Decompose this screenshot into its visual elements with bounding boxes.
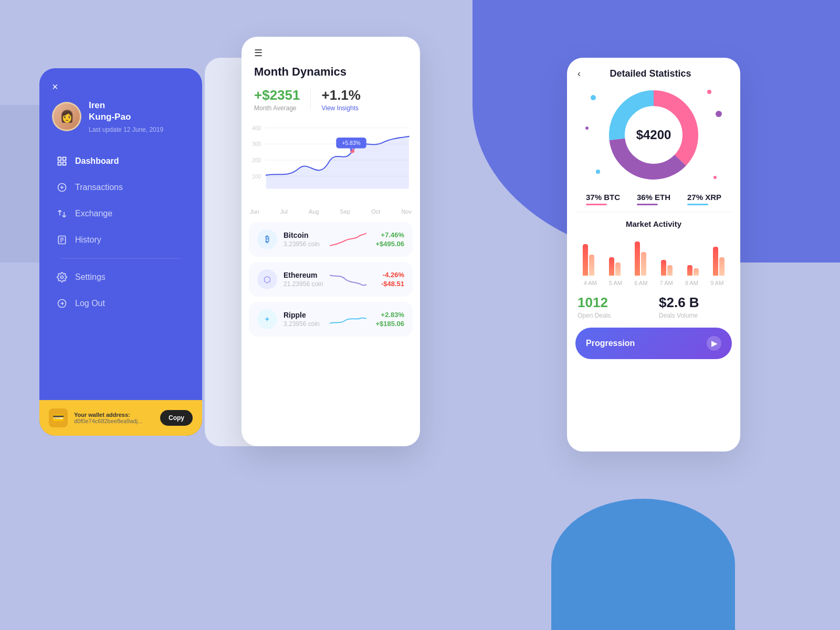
- dot-2: [707, 90, 711, 94]
- xrp-pct: +2.83%: [373, 311, 404, 319]
- bar-group-7am: [656, 260, 678, 276]
- bar-labels: 4 AM 5 AM 6 AM 7 AM 8 AM 9 AM: [578, 278, 730, 286]
- svg-text:400: 400: [252, 125, 261, 131]
- eth-coin: 21.23956 coin: [284, 280, 323, 288]
- legend-row: 37% BTC 36% ETH 27% XRP: [567, 191, 740, 212]
- deals-volume-label: Deals Volume: [659, 312, 730, 319]
- chart-svg: 400 300 200 100 +5.83%: [250, 117, 412, 201]
- eth-change: -4.26% -$48.51: [373, 271, 404, 288]
- stat-divider: [310, 89, 311, 110]
- xrp-usd: +$185.06: [373, 320, 404, 328]
- progression-arrow-icon: ▶: [707, 336, 721, 351]
- chart-label-nov: Nov: [401, 208, 412, 215]
- bar-label-5am: 5 AM: [603, 280, 628, 286]
- logout-icon: [56, 298, 68, 309]
- crypto-list: ₿ Bitcoin 3.23956 coin +7.46% +$495.06 ⬡…: [242, 215, 420, 337]
- legend-eth-bar: [637, 204, 658, 205]
- market-activity-section: Market Activity: [567, 212, 740, 286]
- btc-info: Bitcoin 3.23956 coin: [284, 231, 323, 248]
- wallet-text: Your wallet address: d0f0e74c682bee8ea9a…: [74, 412, 142, 424]
- legend-xrp-bar: [687, 204, 708, 205]
- crypto-item-btc[interactable]: ₿ Bitcoin 3.23956 coin +7.46% +$495.06: [249, 222, 413, 257]
- bar-5am-1: [609, 257, 614, 276]
- bar-7am-2: [667, 265, 673, 276]
- svg-text:100: 100: [252, 174, 261, 180]
- xrp-info: Ripple 3.23956 coin: [284, 311, 323, 328]
- stats-row: +$2351 Month Average +1.1% View Insights: [242, 79, 420, 112]
- back-button[interactable]: ‹: [578, 68, 581, 79]
- user-name: Iren Kung-Pao: [89, 100, 163, 123]
- exchange-icon: [56, 208, 68, 219]
- crypto-item-eth[interactable]: ⬡ Ethereum 21.23956 coin -4.26% -$48.51: [249, 262, 413, 297]
- donut-section: $4200: [567, 79, 740, 191]
- transactions-icon: [56, 182, 68, 193]
- avatar: 👩: [52, 102, 81, 131]
- menu-panel: × 👩 Iren Kung-Pao Last update 12 June, 2…: [39, 68, 202, 436]
- bar-label-7am: 7 AM: [654, 280, 679, 286]
- close-button[interactable]: ×: [52, 81, 58, 93]
- last-update: Last update 12 June, 2019: [89, 126, 163, 133]
- panel-title: Month Dynamics: [242, 59, 420, 79]
- hamburger-icon[interactable]: ☰: [242, 37, 420, 59]
- legend-xrp-pct: 27% XRP: [687, 193, 721, 202]
- bar-7am-1: [661, 260, 666, 276]
- bar-9am-1: [713, 247, 718, 276]
- nav-divider: [60, 258, 181, 259]
- chart-label-sep: Sep: [340, 208, 351, 215]
- open-deals-label: Open Deals: [578, 312, 648, 319]
- bar-group-6am: [629, 242, 652, 276]
- copy-button[interactable]: Copy: [160, 410, 193, 426]
- insight-label[interactable]: View Insights: [321, 104, 360, 112]
- bar-8am-1: [687, 265, 692, 276]
- user-section: 👩 Iren Kung-Pao Last update 12 June, 201…: [39, 100, 202, 133]
- svg-rect-3: [63, 162, 66, 165]
- nav-item-history[interactable]: History: [50, 227, 192, 253]
- wallet-bar: 💳 Your wallet address: d0f0e74c682bee8ea…: [39, 400, 202, 436]
- wallet-label: Your wallet address:: [74, 412, 142, 418]
- btc-logo: ₿: [257, 229, 277, 249]
- wallet-icon: 💳: [49, 408, 68, 427]
- open-deals-value: 1012: [578, 295, 648, 311]
- panel-title: Detailed Statistics: [586, 68, 715, 79]
- nav-item-dashboard[interactable]: Dashboard: [50, 148, 192, 174]
- month-avg-value: +$2351: [254, 87, 300, 103]
- nav-label-exchange: Exchange: [75, 209, 112, 218]
- donut-center-value: $4200: [636, 128, 671, 142]
- legend-eth: 36% ETH: [637, 193, 670, 205]
- legend-btc-pct: 37% BTC: [586, 193, 620, 202]
- btc-change: +7.46% +$495.06: [373, 231, 404, 248]
- bar-label-6am: 6 AM: [628, 280, 654, 286]
- donut-chart: $4200: [606, 88, 701, 182]
- eth-usd: -$48.51: [373, 280, 404, 288]
- bar-group-5am: [604, 257, 626, 276]
- btc-name: Bitcoin: [284, 231, 323, 239]
- progression-button[interactable]: Progression ▶: [575, 328, 732, 359]
- dot-4: [713, 176, 717, 179]
- chart-label-jun: Jun: [250, 208, 259, 215]
- legend-btc-bar: [586, 204, 607, 205]
- chart-label-aug: Aug: [309, 208, 319, 215]
- eth-pct: -4.26%: [373, 271, 404, 279]
- panel-header: ‹ Detailed Statistics: [567, 58, 740, 79]
- avatar-image: 👩: [54, 103, 80, 130]
- bar-5am-2: [615, 262, 621, 276]
- user-info: Iren Kung-Pao Last update 12 June, 2019: [89, 100, 163, 133]
- nav-label-history: History: [75, 235, 101, 245]
- bar-group-8am: [682, 265, 704, 276]
- insight-stat: +1.1% View Insights: [321, 87, 360, 112]
- dot-3: [716, 111, 722, 117]
- nav-item-exchange[interactable]: Exchange: [50, 201, 192, 227]
- legend-eth-pct: 36% ETH: [637, 193, 670, 202]
- nav-item-settings[interactable]: Settings: [50, 264, 192, 290]
- xrp-mini-chart: [330, 310, 366, 329]
- eth-logo: ⬡: [257, 269, 277, 289]
- wallet-address: d0f0e74c682bee8ea9adj...: [74, 418, 142, 424]
- eth-name: Ethereum: [284, 271, 323, 279]
- deals-volume-stat: $2.6 B Deals Volume: [659, 295, 730, 319]
- crypto-item-xrp[interactable]: ✦ Ripple 3.23956 coin +2.83% +$185.06: [249, 302, 413, 337]
- bar-6am-1: [635, 242, 640, 276]
- dot-1: [591, 95, 596, 100]
- nav-item-transactions[interactable]: Transactions: [50, 174, 192, 201]
- nav-item-logout[interactable]: Log Out: [50, 290, 192, 317]
- nav-label-transactions: Transactions: [75, 183, 123, 192]
